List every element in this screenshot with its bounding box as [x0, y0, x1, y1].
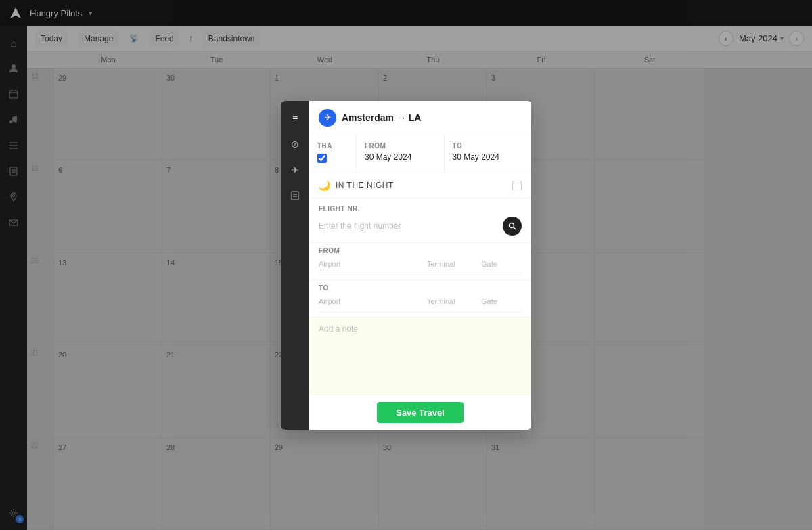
- svg-point-18: [510, 223, 514, 227]
- tba-checkbox[interactable]: [317, 154, 327, 163]
- to-gate-input[interactable]: [481, 294, 522, 308]
- night-checkbox[interactable]: [512, 181, 522, 190]
- modal-title: Amsterdam → LA: [342, 112, 421, 123]
- note-textarea[interactable]: [319, 324, 522, 385]
- to-date-column: TO 30 May 2024: [445, 135, 532, 173]
- to-terminal-input[interactable]: [427, 294, 481, 308]
- flight-number-input[interactable]: [319, 219, 503, 234]
- plane-icon: ✈: [319, 109, 336, 127]
- note-area: [309, 317, 531, 395]
- to-airport-section: TO: [309, 280, 531, 317]
- modal-footer: Save Travel: [309, 395, 531, 430]
- svg-rect-15: [292, 192, 298, 200]
- to-date-value[interactable]: 30 May 2024: [453, 152, 524, 162]
- modal-header: ✈ Amsterdam → LA: [309, 101, 531, 135]
- flight-nr-label: FLIGHT NR.: [319, 205, 522, 213]
- from-airport-input[interactable]: [319, 257, 427, 271]
- save-travel-button[interactable]: Save Travel: [377, 402, 464, 423]
- date-row: TBA FROM 30 May 2024 TO 30 May 2024: [309, 135, 531, 173]
- to-airport-label: TO: [319, 284, 522, 292]
- night-label: IN THE NIGHT: [336, 181, 507, 190]
- from-gate-input[interactable]: [481, 257, 522, 271]
- modal-overlay[interactable]: ≡ ⊘ ✈ ✈ Amsterdam → LA TBA FROM: [0, 0, 812, 530]
- from-airport-row: [319, 257, 522, 275]
- modal-sidebar: ≡ ⊘ ✈: [281, 101, 309, 430]
- to-date-label: TO: [453, 142, 524, 150]
- modal-icon-bars[interactable]: ≡: [283, 106, 307, 131]
- modal-icon-plane[interactable]: ✈: [283, 158, 307, 182]
- from-date-column: FROM 30 May 2024: [357, 135, 445, 173]
- night-row: 🌙 IN THE NIGHT: [309, 173, 531, 198]
- flight-nr-section: FLIGHT NR.: [309, 198, 531, 243]
- from-terminal-input[interactable]: [427, 257, 481, 271]
- tba-column: TBA: [309, 135, 357, 173]
- from-date-value[interactable]: 30 May 2024: [365, 152, 436, 162]
- moon-icon: 🌙: [319, 180, 330, 191]
- flight-search-button[interactable]: [503, 217, 522, 236]
- travel-modal: ≡ ⊘ ✈ ✈ Amsterdam → LA TBA FROM: [281, 101, 531, 430]
- to-airport-row: [319, 294, 522, 313]
- flight-input-row: [319, 217, 522, 236]
- tba-label: TBA: [317, 142, 348, 150]
- modal-icon-ban[interactable]: ⊘: [283, 132, 307, 156]
- modal-body: ✈ Amsterdam → LA TBA FROM 30 May 2024 TO…: [309, 101, 531, 430]
- from-airport-label: FROM: [319, 247, 522, 255]
- modal-icon-doc[interactable]: [283, 183, 307, 208]
- from-airport-section: FROM: [309, 243, 531, 280]
- svg-line-19: [514, 227, 516, 229]
- from-date-label: FROM: [365, 142, 436, 150]
- to-airport-input[interactable]: [319, 294, 427, 308]
